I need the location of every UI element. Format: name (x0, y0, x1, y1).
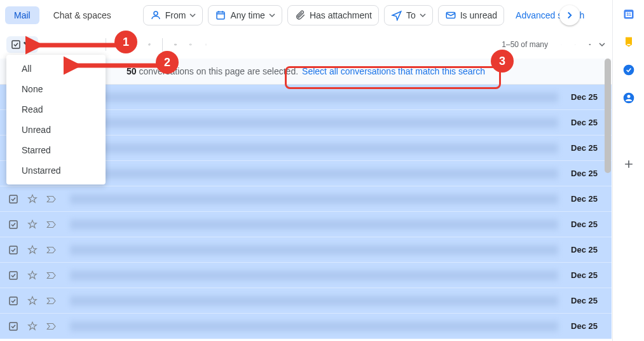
email-row[interactable]: Dec 25 (0, 314, 612, 339)
filter-anytime[interactable]: Any time (208, 5, 282, 25)
send-icon (391, 10, 402, 21)
svg-point-0 (154, 11, 158, 15)
side-panel: 31 (612, 0, 644, 341)
mail-icon (445, 10, 456, 21)
email-date: Dec 25 (571, 219, 604, 229)
select-checkbox-dropdown[interactable] (6, 36, 38, 53)
scrollbar[interactable] (604, 59, 612, 338)
svg-rect-18 (10, 246, 17, 254)
svg-rect-11 (589, 44, 591, 45)
important-icon[interactable] (46, 270, 57, 281)
email-date: Dec 25 (571, 296, 604, 305)
svg-rect-1 (217, 12, 224, 19)
email-date: Dec 25 (571, 321, 604, 331)
mark-unread-icon[interactable] (113, 38, 125, 51)
filter-to[interactable]: To (384, 5, 433, 25)
email-date: Dec 25 (571, 245, 604, 254)
checkbox-checked-icon[interactable] (8, 219, 19, 230)
chevron-down-icon (269, 12, 275, 18)
pagination-info: 1–50 of many (502, 40, 553, 49)
contacts-app-icon[interactable] (622, 92, 635, 104)
more-icon[interactable] (200, 38, 212, 51)
filter-unread[interactable]: Is unread (438, 5, 504, 25)
star-icon[interactable] (27, 270, 38, 281)
calendar-app-icon[interactable]: 31 (622, 8, 635, 20)
tasks-app-icon[interactable] (622, 64, 635, 76)
email-content-blurred (70, 118, 558, 128)
scroll-right-button[interactable] (559, 5, 580, 25)
chevron-down-icon (189, 12, 196, 18)
checkbox-checked-icon (10, 39, 22, 50)
checkbox-checked-icon[interactable] (8, 270, 19, 281)
email-content-blurred (70, 169, 558, 179)
svg-point-8 (206, 44, 207, 45)
tab-mail[interactable]: Mail (5, 6, 39, 24)
svg-rect-16 (10, 195, 17, 203)
email-content-blurred (70, 194, 558, 204)
email-date: Dec 25 (571, 194, 604, 204)
svg-rect-17 (10, 221, 17, 228)
banner-text: conversations on this page are selected. (137, 66, 299, 76)
prev-page-button[interactable] (556, 39, 567, 50)
add-task-icon[interactable] (143, 38, 156, 51)
email-row[interactable]: Dec 25 (0, 212, 612, 237)
svg-rect-4 (62, 44, 64, 45)
svg-rect-3 (12, 41, 20, 48)
add-app-icon[interactable] (622, 158, 635, 170)
svg-rect-21 (10, 323, 17, 330)
labels-icon[interactable] (184, 38, 197, 51)
email-date: Dec 25 (571, 270, 604, 280)
filter-attachment[interactable]: Has attachment (287, 5, 379, 25)
input-tools-icon[interactable] (584, 38, 596, 51)
dropdown-starred[interactable]: Starred (6, 140, 106, 160)
important-icon[interactable] (46, 295, 57, 307)
tab-chat[interactable]: Chat & spaces (45, 6, 120, 24)
filter-row: Mail Chat & spaces From Any time Has att… (0, 0, 612, 31)
checkbox-checked-icon[interactable] (8, 321, 19, 332)
move-to-icon[interactable] (169, 38, 182, 51)
important-icon[interactable] (46, 321, 57, 332)
email-row[interactable]: Dec 25 (0, 186, 612, 212)
svg-rect-27 (627, 44, 630, 45)
snooze-icon[interactable] (128, 38, 140, 51)
email-content-blurred (70, 143, 558, 153)
email-row[interactable]: Dec 25 (0, 263, 612, 288)
important-icon[interactable] (46, 193, 57, 205)
filter-from[interactable]: From (143, 5, 203, 25)
checkbox-checked-icon[interactable] (8, 193, 19, 205)
important-icon[interactable] (46, 219, 57, 230)
chevron-right-icon (564, 10, 575, 21)
next-page-button[interactable] (570, 39, 581, 50)
dropdown-none[interactable]: None (6, 79, 106, 99)
svg-text:31: 31 (626, 12, 631, 17)
email-row[interactable]: Dec 25 (0, 288, 612, 314)
svg-point-9 (206, 45, 207, 45)
select-all-link[interactable]: Select all conversations that match this… (302, 66, 485, 76)
email-date: Dec 25 (571, 92, 604, 102)
star-icon[interactable] (27, 193, 38, 205)
star-icon[interactable] (27, 321, 38, 332)
report-spam-icon[interactable] (71, 38, 84, 51)
keep-app-icon[interactable] (622, 36, 635, 48)
banner-count: 50 (127, 66, 137, 76)
chevron-down-icon (420, 12, 426, 18)
svg-rect-20 (10, 297, 17, 305)
delete-icon[interactable] (86, 38, 99, 51)
dropdown-unstarred[interactable]: Unstarred (6, 160, 106, 181)
email-date: Dec 25 (571, 169, 604, 178)
star-icon[interactable] (27, 219, 38, 230)
star-icon[interactable] (27, 295, 38, 307)
email-content-blurred (70, 296, 558, 306)
dropdown-unread[interactable]: Unread (6, 120, 106, 140)
dropdown-read[interactable]: Read (6, 99, 106, 120)
checkbox-checked-icon[interactable] (8, 295, 19, 307)
important-icon[interactable] (46, 244, 57, 256)
email-content-blurred (70, 321, 558, 331)
dropdown-all[interactable]: All (6, 59, 106, 79)
email-row[interactable]: Dec 25 (0, 237, 612, 263)
archive-icon[interactable] (56, 38, 69, 51)
star-icon[interactable] (27, 244, 38, 256)
checkbox-checked-icon[interactable] (8, 244, 19, 256)
select-dropdown-menu: All None Read Unread Starred Unstarred (6, 55, 106, 184)
chevron-down-icon (599, 41, 605, 48)
